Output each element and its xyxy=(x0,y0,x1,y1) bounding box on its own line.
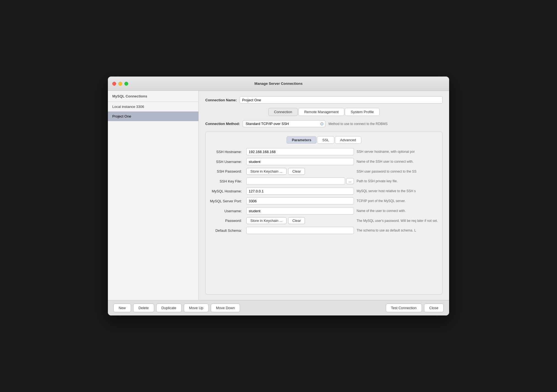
maximize-button[interactable] xyxy=(124,82,128,86)
window-title: Manage Server Connections xyxy=(255,81,303,86)
ssh-clear-button[interactable]: Clear xyxy=(288,168,305,175)
mysql-hostname-label: MySQL Hostname: xyxy=(210,189,244,193)
sub-tabs: Parameters SSL Advanced xyxy=(210,136,438,144)
connection-name-row: Connection Name: xyxy=(205,96,443,104)
method-label: Connection Method: xyxy=(205,122,240,126)
password-hint: The MySQL user's password. Will be req l… xyxy=(357,219,438,223)
password-store-keychain-button[interactable]: Store in Keychain ... xyxy=(246,217,286,224)
ssh-hostname-input[interactable] xyxy=(246,148,354,155)
tab-advanced[interactable]: Advanced xyxy=(335,136,361,144)
tab-parameters[interactable]: Parameters xyxy=(286,136,316,144)
test-connection-button[interactable]: Test Connection xyxy=(386,304,422,312)
close-button[interactable]: Close xyxy=(424,304,444,312)
connection-name-input[interactable] xyxy=(240,96,443,104)
default-schema-label: Default Schema: xyxy=(210,228,244,233)
tab-connection[interactable]: Connection xyxy=(268,108,298,116)
method-row: Connection Method: Standard TCP/IP Local… xyxy=(205,120,443,127)
top-tabs: Connection Remote Management System Prof… xyxy=(205,108,443,116)
ssh-username-input[interactable] xyxy=(246,158,354,165)
new-button[interactable]: New xyxy=(113,304,131,312)
close-button[interactable] xyxy=(112,82,116,86)
sidebar: MySQL Connections Local instance 3306 Pr… xyxy=(108,91,199,300)
move-up-button[interactable]: Move Up xyxy=(184,304,209,312)
default-schema-input[interactable] xyxy=(246,227,354,234)
titlebar: Manage Server Connections xyxy=(108,77,449,91)
form-grid: SSH Hostname: SSH server hostname, with … xyxy=(210,148,438,234)
minimize-button[interactable] xyxy=(118,82,122,86)
params-section: Parameters SSL Advanced SSH Hostname: SS… xyxy=(205,132,443,295)
ssh-key-file-row: ... xyxy=(246,178,354,185)
traffic-lights xyxy=(112,82,128,86)
username-hint: Name of the user to connect with. xyxy=(357,209,438,213)
ssh-username-hint: Name of the SSH user to connect with. xyxy=(357,160,438,164)
ssh-hostname-label: SSH Hostname: xyxy=(210,150,244,154)
ssh-key-file-label: SSH Key File: xyxy=(210,179,244,183)
ssh-key-file-hint: Path to SSH private key file. xyxy=(357,179,438,183)
ssh-password-buttons: Store in Keychain ... Clear xyxy=(246,168,354,175)
mysql-port-input[interactable] xyxy=(246,197,354,205)
sidebar-item-project-one[interactable]: Project One xyxy=(108,111,198,121)
method-select-wrapper: Standard TCP/IP Local Socket/Pipe Standa… xyxy=(243,120,325,127)
ssh-password-label: SSH Password: xyxy=(210,169,244,173)
username-input[interactable] xyxy=(246,207,354,214)
password-clear-button[interactable]: Clear xyxy=(288,217,305,224)
username-label: Username: xyxy=(210,209,244,213)
method-select[interactable]: Standard TCP/IP Local Socket/Pipe Standa… xyxy=(243,120,325,127)
main-window: Manage Server Connections MySQL Connecti… xyxy=(108,77,449,315)
content-area: MySQL Connections Local instance 3306 Pr… xyxy=(108,91,449,300)
ssh-username-label: SSH Username: xyxy=(210,160,244,164)
mysql-port-hint: TCP/IP port of the MySQL server. xyxy=(357,199,438,203)
tab-system-profile[interactable]: System Profile xyxy=(345,108,379,116)
tab-ssl[interactable]: SSL xyxy=(317,136,334,144)
sidebar-item-local-instance[interactable]: Local instance 3306 xyxy=(108,102,198,111)
password-buttons: Store in Keychain ... Clear xyxy=(246,217,354,224)
move-down-button[interactable]: Move Down xyxy=(211,304,240,312)
connection-name-label: Connection Name: xyxy=(205,98,237,102)
mysql-hostname-hint: MySQL server host relative to the SSH s xyxy=(357,189,438,193)
ssh-store-keychain-button[interactable]: Store in Keychain ... xyxy=(246,168,286,175)
password-label: Password: xyxy=(210,219,244,223)
ssh-key-file-input[interactable] xyxy=(246,178,345,185)
bottom-bar: New Delete Duplicate Move Up Move Down T… xyxy=(108,300,449,315)
tab-remote-management[interactable]: Remote Management xyxy=(298,108,344,116)
duplicate-button[interactable]: Duplicate xyxy=(156,304,182,312)
delete-button[interactable]: Delete xyxy=(133,304,154,312)
ssh-password-hint: SSH user password to connect to the SS xyxy=(357,170,438,173)
mysql-port-label: MySQL Server Port: xyxy=(210,199,244,203)
ssh-hostname-hint: SSH server hostname, with optional por xyxy=(357,150,438,154)
method-hint: Method to use to connect to the RDBMS xyxy=(329,122,388,126)
default-schema-hint: The schema to use as default schema. L xyxy=(357,228,438,232)
sidebar-header: MySQL Connections xyxy=(108,91,198,102)
main-panel: Connection Name: Connection Remote Manag… xyxy=(199,91,449,300)
mysql-hostname-input[interactable] xyxy=(246,187,354,195)
ssh-key-file-browse-button[interactable]: ... xyxy=(346,178,354,184)
